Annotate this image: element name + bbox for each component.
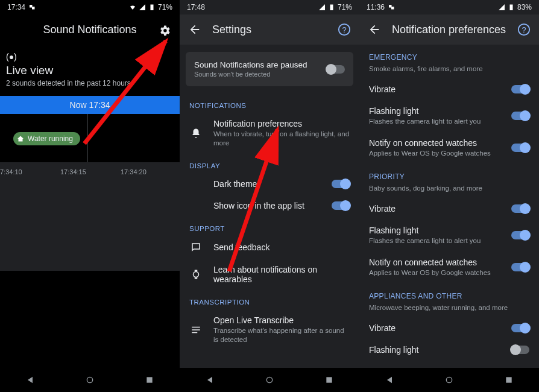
row-title: Open Live Transcribe bbox=[213, 315, 350, 325]
battery-icon bbox=[328, 4, 335, 11]
svg-rect-19 bbox=[506, 377, 512, 382]
paused-banner: Sound Notifications are paused Sounds wo… bbox=[186, 52, 353, 86]
svg-text:?: ? bbox=[522, 25, 526, 34]
row-title: Notify on connected watches bbox=[369, 258, 500, 267]
row-flashing-light[interactable]: Flashing light Flashes the camera light … bbox=[359, 220, 539, 251]
row-vibrate[interactable]: Vibrate bbox=[359, 78, 539, 100]
wifi-icon bbox=[129, 4, 136, 11]
row-vibrate[interactable]: Vibrate bbox=[359, 317, 539, 339]
nav-home-icon[interactable] bbox=[444, 375, 454, 385]
svg-point-8 bbox=[194, 271, 199, 277]
section-header-appliances: APPLIANCES AND OTHER bbox=[359, 283, 539, 304]
row-title: Flashing light bbox=[369, 106, 500, 116]
sound-chip[interactable]: Water running bbox=[13, 132, 80, 145]
signal-icon bbox=[498, 4, 505, 11]
watch-toggle[interactable] bbox=[511, 263, 529, 271]
sound-chip-label: Water running bbox=[28, 134, 73, 143]
watch-icon bbox=[191, 269, 201, 280]
row-title: Flashing light bbox=[369, 345, 500, 355]
gear-icon[interactable] bbox=[158, 23, 171, 36]
status-battery: 71% bbox=[158, 3, 172, 11]
row-title: Vibrate bbox=[369, 323, 500, 333]
svg-rect-10 bbox=[195, 277, 198, 279]
row-open-transcribe[interactable]: Open Live Transcribe Transcribe what's h… bbox=[180, 309, 359, 350]
flash-toggle[interactable] bbox=[511, 112, 529, 120]
svg-rect-13 bbox=[389, 5, 392, 8]
paused-title: Sound Notifications are paused bbox=[194, 60, 307, 69]
time-marks: 7:34:10 17:34:15 17:34:20 bbox=[0, 162, 180, 271]
svg-rect-14 bbox=[391, 7, 394, 10]
row-vibrate[interactable]: Vibrate bbox=[359, 198, 539, 220]
battery-icon bbox=[148, 4, 156, 11]
feedback-icon bbox=[191, 242, 201, 253]
status-battery: 83% bbox=[517, 3, 532, 11]
row-title: Vibrate bbox=[369, 84, 500, 94]
dark-theme-toggle[interactable] bbox=[332, 180, 350, 188]
translate-icon bbox=[388, 4, 396, 11]
nav-back-icon[interactable] bbox=[385, 375, 394, 385]
page-title: Notification preferences bbox=[392, 24, 506, 36]
svg-point-11 bbox=[266, 377, 272, 382]
bell-icon bbox=[191, 128, 201, 139]
back-arrow-icon[interactable] bbox=[368, 23, 381, 36]
flash-toggle[interactable] bbox=[511, 231, 529, 239]
svg-rect-9 bbox=[195, 270, 198, 271]
svg-rect-15 bbox=[509, 5, 512, 11]
row-title: Vibrate bbox=[369, 204, 500, 213]
paused-toggle[interactable] bbox=[327, 65, 345, 74]
svg-rect-12 bbox=[327, 377, 332, 382]
watch-toggle[interactable] bbox=[511, 144, 529, 152]
signal-icon bbox=[318, 4, 326, 11]
signal-icon bbox=[139, 4, 146, 11]
section-header-priority: PRIORITY bbox=[359, 164, 539, 185]
vibrate-toggle[interactable] bbox=[511, 85, 529, 93]
section-header-emergency: EMERGENCY bbox=[359, 45, 539, 65]
status-bar: 17:48 71% bbox=[180, 0, 359, 14]
nav-back-icon[interactable] bbox=[205, 375, 215, 385]
back-arrow-icon[interactable] bbox=[188, 23, 201, 36]
home-icon bbox=[17, 135, 24, 142]
svg-line-21 bbox=[229, 130, 277, 271]
nav-back-icon[interactable] bbox=[25, 375, 35, 385]
time-mark: 17:34:15 bbox=[60, 168, 96, 271]
page-title: Sound Notifications bbox=[33, 24, 147, 36]
svg-rect-5 bbox=[330, 5, 333, 11]
nav-recent-icon[interactable] bbox=[145, 375, 154, 385]
row-subtitle: Applies to Wear OS by Google watches bbox=[369, 268, 500, 277]
help-icon[interactable]: ? bbox=[517, 23, 531, 36]
help-icon[interactable]: ? bbox=[338, 23, 351, 36]
row-title: Notify on connected watches bbox=[369, 138, 500, 148]
show-icon-toggle[interactable] bbox=[332, 201, 350, 210]
section-header-notifications: NOTIFICATIONS bbox=[180, 93, 359, 113]
nav-home-icon[interactable] bbox=[85, 375, 95, 385]
status-bar: 17:34 71% bbox=[0, 0, 180, 14]
row-flashing-light[interactable]: Flashing light bbox=[359, 339, 539, 356]
section-sub-appliances: Microwave beeping, water running, and mo… bbox=[359, 304, 539, 317]
annotation-arrow bbox=[78, 35, 175, 150]
time-mark: 7:34:10 bbox=[0, 168, 36, 271]
row-notify-watches[interactable]: Notify on connected watches Applies to W… bbox=[359, 251, 539, 283]
nav-bar bbox=[359, 368, 539, 392]
section-sub-priority: Baby sounds, dog barking, and more bbox=[359, 185, 539, 198]
nav-bar bbox=[180, 368, 359, 392]
nav-recent-icon[interactable] bbox=[504, 375, 514, 385]
svg-line-20 bbox=[84, 41, 166, 144]
svg-text:?: ? bbox=[342, 25, 346, 34]
vibrate-toggle[interactable] bbox=[511, 204, 529, 213]
status-battery: 71% bbox=[338, 3, 352, 11]
app-bar: Settings ? bbox=[180, 14, 359, 45]
flash-toggle[interactable] bbox=[511, 346, 529, 354]
section-header-transcription: TRANSCRIPTION bbox=[180, 290, 359, 309]
svg-point-18 bbox=[446, 377, 452, 382]
nav-home-icon[interactable] bbox=[265, 375, 274, 385]
transcribe-icon bbox=[191, 324, 201, 335]
nav-recent-icon[interactable] bbox=[324, 375, 334, 385]
vibrate-toggle[interactable] bbox=[511, 324, 529, 332]
row-subtitle: Transcribe what's happening after a soun… bbox=[213, 326, 350, 344]
row-subtitle: Flashes the camera light to alert you bbox=[369, 236, 500, 245]
paused-subtitle: Sounds won't be detected bbox=[194, 71, 307, 78]
row-flashing-light[interactable]: Flashing light Flashes the camera light … bbox=[359, 100, 539, 132]
nav-bar bbox=[0, 368, 180, 392]
status-time: 17:48 bbox=[187, 3, 205, 11]
row-notify-watches[interactable]: Notify on connected watches Applies to W… bbox=[359, 132, 539, 164]
